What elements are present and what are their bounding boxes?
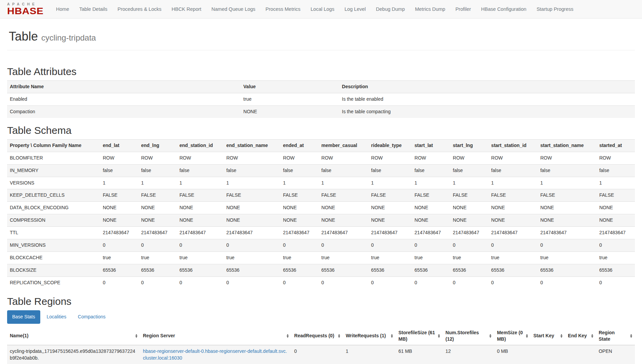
schema-value-cell: true xyxy=(177,252,224,264)
schema-value-cell: 0 xyxy=(412,277,450,289)
regions-header-row: Name(1)Region ServerReadRequests (0)Writ… xyxy=(7,327,635,345)
sort-icon xyxy=(335,334,340,338)
nav-item-hbck-report[interactable]: HBCK Report xyxy=(167,0,206,18)
schema-value-cell: 65536 xyxy=(177,264,224,277)
schema-value-cell: 0 xyxy=(319,239,369,252)
read-requests-cell: 0 xyxy=(291,345,343,364)
schema-value-cell: ROW xyxy=(100,152,138,164)
storefile-size-cell: 61 MB xyxy=(396,345,443,364)
schema-value-cell: 65536 xyxy=(280,264,318,277)
page-header: Tablecycling-tripdata xyxy=(7,19,635,50)
schema-value-cell: 2147483647 xyxy=(488,227,537,239)
schema-property-cell: COMPRESSION xyxy=(7,214,100,227)
regions-col-label: ReadRequests (0) xyxy=(294,333,334,339)
hbase-logo[interactable]: APACHE HBASE xyxy=(7,2,44,17)
schema-col-end-station-name: end_station_name xyxy=(224,139,281,152)
end-key-cell xyxy=(565,345,596,364)
sort-asc-icon xyxy=(135,334,137,336)
table-row: VERSIONS111111111111 xyxy=(7,177,635,189)
nav-item-process-metrics[interactable]: Process Metrics xyxy=(261,0,306,18)
nav-menu: HomeTable DetailsProcedures & LocksHBCK … xyxy=(51,0,579,18)
table-row: BLOOMFILTERROWROWROWROWROWROWROWROWROWRO… xyxy=(7,152,635,164)
tab-compactions[interactable]: Compactions xyxy=(73,310,111,324)
schema-value-cell: 65536 xyxy=(412,264,450,277)
regions-col-region-server[interactable]: Region Server xyxy=(140,327,291,345)
schema-value-cell: true xyxy=(369,252,412,264)
regions-col-inner: StorefileSize (61 MB) xyxy=(398,330,440,342)
nav-item-startup-progress[interactable]: Startup Progress xyxy=(531,0,578,18)
attributes-col-description: Description xyxy=(339,80,635,93)
schema-value-cell: true xyxy=(488,252,537,264)
schema-value-cell: 0 xyxy=(177,239,224,252)
schema-property-cell: BLOCKSIZE xyxy=(7,264,100,277)
schema-value-cell: NONE xyxy=(177,214,224,227)
regions-col-writerequests-1[interactable]: WriteRequests (1) xyxy=(343,327,396,345)
schema-value-cell: NONE xyxy=(369,214,412,227)
nav-item-procedures-locks[interactable]: Procedures & Locks xyxy=(112,0,167,18)
page-title-text: Table xyxy=(9,29,38,43)
schema-value-cell: FALSE xyxy=(537,189,596,202)
schema-value-cell: NONE xyxy=(100,214,138,227)
schema-value-cell: 2147483647 xyxy=(319,227,369,239)
sort-desc-icon xyxy=(135,336,137,338)
regions-col-label: WriteRequests (1) xyxy=(346,333,386,339)
regions-col-label: Region State xyxy=(599,330,627,342)
regions-col-end-key[interactable]: End Key xyxy=(565,327,596,345)
schema-property-cell: BLOCKCACHE xyxy=(7,252,100,264)
schema-value-cell: FALSE xyxy=(319,189,369,202)
regions-col-region-state[interactable]: Region State xyxy=(596,327,635,345)
schema-value-cell: 2147483647 xyxy=(177,227,224,239)
schema-col-member-casual: member_casual xyxy=(319,139,369,152)
table-row: IN_MEMORYfalsefalsefalsefalsefalsefalsef… xyxy=(7,164,635,177)
nav-item-profiler[interactable]: Profiler xyxy=(450,0,476,18)
regions-col-name-1[interactable]: Name(1) xyxy=(7,327,140,345)
schema-value-cell: FALSE xyxy=(412,189,450,202)
table-row: EnabledtrueIs the table enabled xyxy=(7,93,635,105)
schema-value-cell: 2147483647 xyxy=(138,227,177,239)
regions-col-start-key[interactable]: Start Key xyxy=(531,327,565,345)
nav-item-debug-dump[interactable]: Debug Dump xyxy=(371,0,410,18)
nav-item-local-logs[interactable]: Local Logs xyxy=(306,0,339,18)
regions-col-memsize-0-mb[interactable]: MemSize (0 MB) xyxy=(494,327,531,345)
schema-table: Property \ Column Family Nameend_latend_… xyxy=(7,139,635,289)
schema-value-cell: 0 xyxy=(450,239,488,252)
schema-value-cell: NONE xyxy=(537,214,596,227)
sort-asc-icon xyxy=(489,334,491,336)
schema-value-cell: NONE xyxy=(280,214,318,227)
schema-value-cell: NONE xyxy=(450,202,488,214)
schema-value-cell: true xyxy=(100,252,138,264)
regions-heading: Table Regions xyxy=(7,296,635,307)
tab-localities[interactable]: Localities xyxy=(42,310,71,324)
region-server-link[interactable]: hbase-regionserver-default-0.hbase-regio… xyxy=(143,348,287,361)
regions-col-label: StorefileSize (61 MB) xyxy=(398,330,435,342)
write-requests-cell: 1 xyxy=(343,345,396,364)
sort-desc-icon xyxy=(560,336,562,338)
schema-value-cell: 0 xyxy=(369,277,412,289)
regions-col-storefilesize-61-mb[interactable]: StorefileSize (61 MB) xyxy=(396,327,443,345)
schema-value-cell: 2147483647 xyxy=(369,227,412,239)
attribute-value-cell: NONE xyxy=(241,105,339,118)
schema-value-cell: ROW xyxy=(280,152,318,164)
schema-value-cell: NONE xyxy=(537,202,596,214)
schema-value-cell: 1 xyxy=(319,177,369,189)
schema-value-cell: 0 xyxy=(138,277,177,289)
schema-value-cell: false xyxy=(100,164,138,177)
schema-value-cell: 1 xyxy=(412,177,450,189)
nav-item-named-queue-logs[interactable]: Named Queue Logs xyxy=(206,0,261,18)
sort-icon xyxy=(523,334,528,338)
nav-item-table-details[interactable]: Table Details xyxy=(74,0,112,18)
schema-value-cell: 0 xyxy=(280,277,318,289)
tab-base-stats[interactable]: Base Stats xyxy=(7,310,40,324)
schema-value-cell: FALSE xyxy=(100,189,138,202)
nav-item-log-level[interactable]: Log Level xyxy=(339,0,371,18)
regions-tabs: Base Stats Localities Compactions xyxy=(7,310,635,324)
table-row: REPLICATION_SCOPE000000000000 xyxy=(7,277,635,289)
nav-item-home[interactable]: Home xyxy=(51,0,74,18)
schema-col-start-station-id: start_station_id xyxy=(488,139,537,152)
regions-col-readrequests-0[interactable]: ReadRequests (0) xyxy=(291,327,343,345)
schema-value-cell: 0 xyxy=(369,239,412,252)
schema-value-cell: 1 xyxy=(597,177,635,189)
nav-item-hbase-configuration[interactable]: HBase Configuration xyxy=(476,0,532,18)
regions-col-num-storefiles-12[interactable]: Num.Storefiles (12) xyxy=(443,327,494,345)
nav-item-metrics-dump[interactable]: Metrics Dump xyxy=(410,0,450,18)
